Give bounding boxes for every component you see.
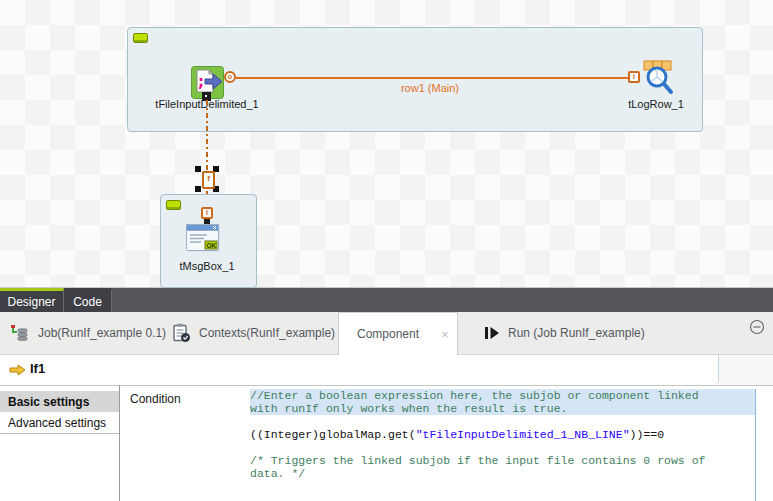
tab-component-close-icon[interactable]: ×: [441, 327, 449, 342]
design-canvas[interactable]: ; o row1 (Main) I tFileInputDelimited_1 …: [0, 0, 773, 288]
msgbox-ok-text: OK: [207, 242, 217, 249]
tab-contexts-label: Contexts(RunIf_example): [199, 326, 335, 340]
code-comment-line-4: data. */: [250, 467, 755, 480]
component-tmsgbox[interactable]: OK: [185, 223, 223, 259]
tmsgbox-label: tMsgBox_1: [167, 260, 247, 272]
nav-advanced-settings[interactable]: Advanced settings: [0, 412, 119, 433]
tab-run-label: Run (Job RunIf_example): [508, 326, 645, 340]
tab-code[interactable]: Code: [64, 288, 112, 312]
tlogrow-icon: [641, 60, 675, 96]
tmsgbox-icon: OK: [185, 223, 223, 255]
row1-link-label[interactable]: row1 (Main): [370, 82, 490, 94]
component-tlogrow[interactable]: [641, 60, 675, 100]
component-panel-header: If1: [0, 355, 719, 385]
if-link-icon: f: [202, 171, 215, 189]
tab-run[interactable]: Run (Job RunIf_example): [484, 312, 645, 354]
condition-code-editor[interactable]: //Enter a boolean expression here, the s…: [250, 389, 756, 501]
condition-label: Condition: [130, 392, 181, 406]
view-switch-bar: Designer Code: [0, 288, 773, 312]
code-comment-line-3: /* Triggers the linked subjob if the inp…: [250, 454, 755, 467]
runif-link-label-selected[interactable]: f: [195, 166, 219, 192]
minimize-panel-button[interactable]: [749, 319, 765, 339]
svg-text:;: ;: [198, 73, 204, 91]
code-comment-line-2: with runIf only works when the result is…: [250, 402, 755, 415]
subjob2-collapse-button[interactable]: [166, 200, 181, 210]
tab-code-label: Code: [73, 295, 102, 309]
tab-component-label: Component: [357, 327, 419, 341]
if-arrow-icon: [8, 363, 26, 381]
run-play-icon: [484, 326, 500, 340]
file-output-connector[interactable]: o: [224, 71, 236, 83]
logrow-input-connector[interactable]: I: [628, 71, 640, 83]
contexts-icon: [172, 323, 191, 343]
tlogrow-label: tLogRow_1: [612, 98, 700, 110]
nav-advanced-settings-label: Advanced settings: [8, 416, 106, 430]
bottom-tab-strip: Job(RunIf_example 0.1) Contexts(RunIf_ex…: [0, 312, 773, 355]
tab-contexts[interactable]: Contexts(RunIf_example): [172, 312, 335, 354]
msgbox-input-connector[interactable]: I: [201, 207, 213, 219]
row1-main-link[interactable]: [236, 77, 628, 79]
nav-basic-settings[interactable]: Basic settings: [0, 391, 119, 412]
tab-job-label: Job(RunIf_example 0.1): [38, 326, 166, 340]
application-window: ; o row1 (Main) I tFileInputDelimited_1 …: [0, 0, 773, 501]
tab-component[interactable]: Component ×: [338, 312, 458, 355]
tab-designer-label: Designer: [7, 295, 55, 309]
nav-separator: [0, 433, 119, 434]
tab-job[interactable]: Job(RunIf_example 0.1): [10, 312, 166, 354]
panel-title: If1: [30, 361, 45, 376]
job-icon: [10, 324, 30, 342]
minimize-icon: [749, 319, 765, 335]
code-comment-line-1: //Enter a boolean expression here, the s…: [250, 389, 755, 402]
code-expression-line: ((Integer)globalMap.get("tFileInputDelim…: [250, 428, 755, 441]
subjob-collapse-button[interactable]: [133, 33, 148, 43]
tab-designer[interactable]: Designer: [0, 288, 64, 312]
nav-basic-settings-label: Basic settings: [8, 395, 89, 409]
panel-header-filler: [718, 355, 773, 385]
settings-divider: [119, 385, 120, 501]
